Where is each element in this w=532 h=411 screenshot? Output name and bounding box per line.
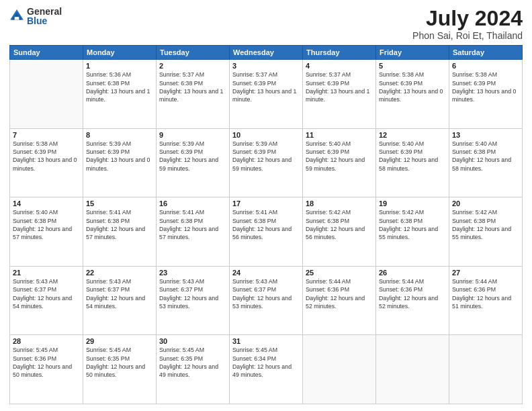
calendar-cell: 31Sunrise: 5:45 AMSunset: 6:34 PMDayligh…: [230, 335, 303, 404]
calendar-cell: 4Sunrise: 5:37 AMSunset: 6:39 PMDaylight…: [303, 60, 376, 129]
day-number: 26: [379, 269, 446, 277]
title-block: July 2024 Phon Sai, Roi Et, Thailand: [412, 7, 523, 41]
day-number: 4: [306, 62, 373, 70]
calendar-cell: 10Sunrise: 5:39 AMSunset: 6:39 PMDayligh…: [230, 128, 303, 197]
calendar-header-tuesday: Tuesday: [157, 46, 230, 60]
day-number: 12: [379, 131, 446, 139]
calendar-cell: 2Sunrise: 5:37 AMSunset: 6:38 PMDaylight…: [157, 60, 230, 129]
day-info: Sunrise: 5:42 AMSunset: 6:38 PMDaylight:…: [452, 208, 519, 241]
day-info: Sunrise: 5:42 AMSunset: 6:38 PMDaylight:…: [379, 208, 446, 241]
day-info: Sunrise: 5:41 AMSunset: 6:38 PMDaylight:…: [159, 208, 226, 241]
calendar-table: SundayMondayTuesdayWednesdayThursdayFrid…: [9, 45, 523, 404]
day-info: Sunrise: 5:45 AMSunset: 6:34 PMDaylight:…: [232, 346, 300, 379]
day-number: 1: [86, 62, 153, 70]
calendar-cell: 21Sunrise: 5:43 AMSunset: 6:37 PMDayligh…: [10, 266, 83, 335]
day-number: 18: [306, 199, 373, 208]
day-info: Sunrise: 5:38 AMSunset: 6:39 PMDaylight:…: [13, 140, 80, 173]
calendar-header-saturday: Saturday: [449, 46, 523, 60]
calendar-cell: 1Sunrise: 5:36 AMSunset: 6:38 PMDaylight…: [83, 60, 157, 129]
day-info: Sunrise: 5:43 AMSunset: 6:37 PMDaylight:…: [232, 277, 300, 310]
day-number: 7: [13, 131, 80, 139]
calendar-cell: 24Sunrise: 5:43 AMSunset: 6:37 PMDayligh…: [230, 266, 303, 335]
calendar-header-thursday: Thursday: [303, 46, 376, 60]
logo-icon: [9, 9, 24, 24]
calendar-cell: 20Sunrise: 5:42 AMSunset: 6:38 PMDayligh…: [449, 197, 523, 267]
day-info: Sunrise: 5:45 AMSunset: 6:36 PMDaylight:…: [13, 346, 80, 379]
day-info: Sunrise: 5:41 AMSunset: 6:38 PMDaylight:…: [86, 208, 153, 241]
day-number: 27: [452, 269, 519, 277]
day-info: Sunrise: 5:44 AMSunset: 6:36 PMDaylight:…: [452, 277, 519, 310]
day-info: Sunrise: 5:38 AMSunset: 6:39 PMDaylight:…: [452, 71, 519, 103]
calendar-header-friday: Friday: [376, 46, 449, 60]
calendar-cell: 27Sunrise: 5:44 AMSunset: 6:36 PMDayligh…: [449, 266, 523, 335]
day-info: Sunrise: 5:37 AMSunset: 6:39 PMDaylight:…: [306, 71, 373, 103]
day-info: Sunrise: 5:37 AMSunset: 6:39 PMDaylight:…: [232, 71, 300, 103]
calendar-cell: 19Sunrise: 5:42 AMSunset: 6:38 PMDayligh…: [376, 197, 449, 267]
day-number: 22: [86, 269, 153, 277]
calendar-cell: 16Sunrise: 5:41 AMSunset: 6:38 PMDayligh…: [157, 197, 230, 267]
day-number: 11: [306, 131, 373, 139]
calendar-week-row: 21Sunrise: 5:43 AMSunset: 6:37 PMDayligh…: [10, 266, 523, 335]
day-info: Sunrise: 5:43 AMSunset: 6:37 PMDaylight:…: [86, 277, 153, 310]
day-info: Sunrise: 5:44 AMSunset: 6:36 PMDaylight:…: [306, 277, 373, 310]
day-number: 29: [86, 337, 153, 345]
day-info: Sunrise: 5:45 AMSunset: 6:35 PMDaylight:…: [86, 346, 153, 379]
day-info: Sunrise: 5:40 AMSunset: 6:39 PMDaylight:…: [379, 140, 446, 173]
day-number: 5: [379, 62, 446, 70]
day-info: Sunrise: 5:40 AMSunset: 6:38 PMDaylight:…: [452, 140, 519, 173]
month-title: July 2024: [412, 7, 523, 30]
day-info: Sunrise: 5:38 AMSunset: 6:39 PMDaylight:…: [379, 71, 446, 103]
day-info: Sunrise: 5:41 AMSunset: 6:38 PMDaylight:…: [232, 208, 300, 241]
calendar-cell: 13Sunrise: 5:40 AMSunset: 6:38 PMDayligh…: [449, 128, 523, 197]
calendar-cell: 15Sunrise: 5:41 AMSunset: 6:38 PMDayligh…: [83, 197, 157, 267]
calendar-week-row: 14Sunrise: 5:40 AMSunset: 6:38 PMDayligh…: [10, 197, 523, 267]
calendar-cell: 22Sunrise: 5:43 AMSunset: 6:37 PMDayligh…: [83, 266, 157, 335]
calendar-cell: 3Sunrise: 5:37 AMSunset: 6:39 PMDaylight…: [230, 60, 303, 129]
day-info: Sunrise: 5:37 AMSunset: 6:38 PMDaylight:…: [159, 71, 226, 103]
day-info: Sunrise: 5:45 AMSunset: 6:35 PMDaylight:…: [159, 346, 226, 379]
day-number: 8: [86, 131, 153, 139]
calendar-cell: 14Sunrise: 5:40 AMSunset: 6:38 PMDayligh…: [10, 197, 83, 267]
calendar-cell: [376, 335, 449, 404]
calendar-header-row: SundayMondayTuesdayWednesdayThursdayFrid…: [10, 46, 523, 60]
calendar-cell: [303, 335, 376, 404]
logo-general: General: [27, 7, 62, 16]
logo-text: General Blue: [27, 7, 62, 26]
calendar-cell: [10, 60, 83, 129]
day-number: 23: [159, 269, 226, 277]
day-number: 15: [86, 199, 153, 208]
calendar-week-row: 28Sunrise: 5:45 AMSunset: 6:36 PMDayligh…: [10, 335, 523, 404]
day-number: 24: [232, 269, 300, 277]
calendar-cell: 9Sunrise: 5:39 AMSunset: 6:39 PMDaylight…: [157, 128, 230, 197]
day-number: 6: [452, 62, 519, 70]
calendar-cell: [449, 335, 523, 404]
day-info: Sunrise: 5:40 AMSunset: 6:38 PMDaylight:…: [13, 208, 80, 241]
day-number: 25: [306, 269, 373, 277]
calendar-cell: 23Sunrise: 5:43 AMSunset: 6:37 PMDayligh…: [157, 266, 230, 335]
svg-rect-2: [15, 17, 19, 19]
calendar-cell: 17Sunrise: 5:41 AMSunset: 6:38 PMDayligh…: [230, 197, 303, 267]
day-number: 2: [159, 62, 226, 70]
day-info: Sunrise: 5:40 AMSunset: 6:39 PMDaylight:…: [306, 140, 373, 173]
page: General Blue July 2024 Phon Sai, Roi Et,…: [0, 0, 532, 411]
day-number: 19: [379, 199, 446, 208]
day-number: 13: [452, 131, 519, 139]
calendar-header-wednesday: Wednesday: [230, 46, 303, 60]
calendar-cell: 25Sunrise: 5:44 AMSunset: 6:36 PMDayligh…: [303, 266, 376, 335]
day-info: Sunrise: 5:44 AMSunset: 6:36 PMDaylight:…: [379, 277, 446, 310]
day-number: 14: [13, 199, 80, 208]
day-info: Sunrise: 5:39 AMSunset: 6:39 PMDaylight:…: [232, 140, 300, 173]
day-number: 16: [159, 199, 226, 208]
calendar-cell: 18Sunrise: 5:42 AMSunset: 6:38 PMDayligh…: [303, 197, 376, 267]
day-number: 31: [232, 337, 300, 345]
calendar-cell: 5Sunrise: 5:38 AMSunset: 6:39 PMDaylight…: [376, 60, 449, 129]
calendar-cell: 29Sunrise: 5:45 AMSunset: 6:35 PMDayligh…: [83, 335, 157, 404]
calendar-cell: 11Sunrise: 5:40 AMSunset: 6:39 PMDayligh…: [303, 128, 376, 197]
calendar-cell: 7Sunrise: 5:38 AMSunset: 6:39 PMDaylight…: [10, 128, 83, 197]
day-number: 17: [232, 199, 300, 208]
calendar-header-sunday: Sunday: [10, 46, 83, 60]
calendar-cell: 12Sunrise: 5:40 AMSunset: 6:39 PMDayligh…: [376, 128, 449, 197]
day-number: 21: [13, 269, 80, 277]
location-title: Phon Sai, Roi Et, Thailand: [412, 30, 523, 41]
day-info: Sunrise: 5:36 AMSunset: 6:38 PMDaylight:…: [86, 71, 153, 103]
